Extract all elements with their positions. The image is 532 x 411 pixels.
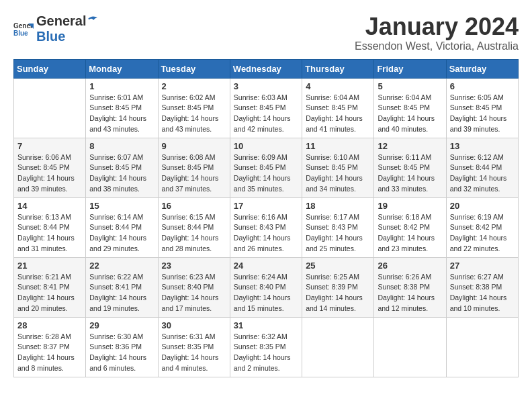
calendar-day-cell: 24Sunrise: 6:24 AMSunset: 8:40 PMDayligh… [230,257,302,317]
calendar-day-cell: 9Sunrise: 6:08 AMSunset: 8:45 PMDaylight… [158,138,230,197]
day-info: Sunrise: 6:14 AMSunset: 8:44 PMDaylight:… [89,212,154,255]
calendar-day-cell: 29Sunrise: 6:30 AMSunset: 8:36 PMDayligh… [86,317,158,377]
day-number: 14 [17,201,82,211]
day-number: 8 [89,141,154,151]
svg-text:Blue: Blue [13,30,28,37]
day-info: Sunrise: 6:19 AMSunset: 8:42 PMDaylight:… [450,212,515,255]
day-info: Sunrise: 6:26 AMSunset: 8:38 PMDaylight:… [378,272,442,314]
calendar-week-row: 14Sunrise: 6:13 AMSunset: 8:44 PMDayligh… [14,197,519,257]
calendar-day-cell [302,317,374,377]
calendar-day-cell: 11Sunrise: 6:10 AMSunset: 8:45 PMDayligh… [302,138,374,197]
day-info: Sunrise: 6:01 AMSunset: 8:45 PMDaylight:… [89,93,154,135]
calendar-day-cell: 1Sunrise: 6:01 AMSunset: 8:45 PMDaylight… [86,78,158,138]
calendar-day-cell: 14Sunrise: 6:13 AMSunset: 8:44 PMDayligh… [14,197,86,257]
day-number: 4 [306,81,370,91]
day-number: 19 [378,201,442,211]
day-number: 2 [162,81,226,91]
day-info: Sunrise: 6:04 AMSunset: 8:45 PMDaylight:… [378,93,442,135]
logo-bird-icon [87,13,99,26]
calendar-day-cell: 21Sunrise: 6:21 AMSunset: 8:41 PMDayligh… [14,257,86,317]
day-number: 26 [378,261,442,271]
day-info: Sunrise: 6:13 AMSunset: 8:44 PMDaylight:… [17,212,82,255]
calendar-day-cell: 28Sunrise: 6:28 AMSunset: 8:37 PMDayligh… [14,317,86,377]
day-info: Sunrise: 6:16 AMSunset: 8:43 PMDaylight:… [234,212,298,255]
calendar-day-cell: 30Sunrise: 6:31 AMSunset: 8:35 PMDayligh… [158,317,230,377]
calendar-weekday-header: Tuesday [158,59,230,78]
day-number: 25 [306,261,370,271]
day-number: 30 [162,320,226,330]
day-info: Sunrise: 6:30 AMSunset: 8:36 PMDaylight:… [89,332,154,374]
day-info: Sunrise: 6:10 AMSunset: 8:45 PMDaylight:… [306,152,370,195]
calendar-day-cell: 20Sunrise: 6:19 AMSunset: 8:42 PMDayligh… [446,197,518,257]
calendar-day-cell: 3Sunrise: 6:03 AMSunset: 8:45 PMDaylight… [230,78,302,138]
page-subtitle: Essendon West, Victoria, Australia [355,40,519,52]
day-number: 16 [162,201,226,211]
calendar-week-row: 21Sunrise: 6:21 AMSunset: 8:41 PMDayligh… [14,257,519,317]
day-info: Sunrise: 6:05 AMSunset: 8:45 PMDaylight:… [450,93,515,135]
day-number: 6 [450,81,515,91]
day-info: Sunrise: 6:15 AMSunset: 8:44 PMDaylight:… [162,212,226,255]
calendar-day-cell [374,317,446,377]
logo-wordmark: General Blue [36,13,99,44]
calendar-weekday-header: Thursday [302,59,374,78]
day-number: 28 [17,320,82,330]
page-title: January 2024 [355,13,519,40]
day-number: 20 [450,201,515,211]
day-number: 29 [89,320,154,330]
day-info: Sunrise: 6:02 AMSunset: 8:45 PMDaylight:… [162,93,226,135]
day-info: Sunrise: 6:11 AMSunset: 8:45 PMDaylight:… [378,152,442,195]
day-info: Sunrise: 6:22 AMSunset: 8:41 PMDaylight:… [89,272,154,314]
calendar-weekday-header: Friday [374,59,446,78]
day-number: 1 [89,81,154,91]
day-number: 24 [234,261,298,271]
day-number: 11 [306,141,370,151]
calendar-day-cell: 22Sunrise: 6:22 AMSunset: 8:41 PMDayligh… [86,257,158,317]
day-info: Sunrise: 6:27 AMSunset: 8:38 PMDaylight:… [450,272,515,314]
calendar-day-cell: 10Sunrise: 6:09 AMSunset: 8:45 PMDayligh… [230,138,302,197]
day-number: 31 [234,320,298,330]
day-info: Sunrise: 6:07 AMSunset: 8:45 PMDaylight:… [89,152,154,195]
day-info: Sunrise: 6:28 AMSunset: 8:37 PMDaylight:… [17,332,82,374]
calendar-day-cell: 15Sunrise: 6:14 AMSunset: 8:44 PMDayligh… [86,197,158,257]
day-info: Sunrise: 6:24 AMSunset: 8:40 PMDaylight:… [234,272,298,314]
day-info: Sunrise: 6:17 AMSunset: 8:43 PMDaylight:… [306,212,370,255]
day-number: 17 [234,201,298,211]
calendar-weekday-header: Monday [86,59,158,78]
calendar-day-cell: 6Sunrise: 6:05 AMSunset: 8:45 PMDaylight… [446,78,518,138]
calendar-day-cell: 19Sunrise: 6:18 AMSunset: 8:42 PMDayligh… [374,197,446,257]
day-number: 10 [234,141,298,151]
day-number: 13 [450,141,515,151]
logo: General Blue General Blue [13,13,99,44]
calendar-day-cell: 2Sunrise: 6:02 AMSunset: 8:45 PMDaylight… [158,78,230,138]
calendar-weekday-header: Sunday [14,59,86,78]
day-number: 22 [89,261,154,271]
calendar-header-row: SundayMondayTuesdayWednesdayThursdayFrid… [14,59,519,78]
calendar-day-cell: 26Sunrise: 6:26 AMSunset: 8:38 PMDayligh… [374,257,446,317]
day-info: Sunrise: 6:04 AMSunset: 8:45 PMDaylight:… [306,93,370,135]
day-info: Sunrise: 6:03 AMSunset: 8:45 PMDaylight:… [234,93,298,135]
day-number: 12 [378,141,442,151]
calendar-day-cell: 12Sunrise: 6:11 AMSunset: 8:45 PMDayligh… [374,138,446,197]
day-info: Sunrise: 6:32 AMSunset: 8:35 PMDaylight:… [234,332,298,374]
day-number: 5 [378,81,442,91]
day-number: 9 [162,141,226,151]
calendar-day-cell: 31Sunrise: 6:32 AMSunset: 8:35 PMDayligh… [230,317,302,377]
day-number: 15 [89,201,154,211]
calendar-day-cell [14,78,86,138]
day-info: Sunrise: 6:23 AMSunset: 8:40 PMDaylight:… [162,272,226,314]
logo-icon: General Blue [13,21,34,37]
day-number: 21 [17,261,82,271]
day-info: Sunrise: 6:09 AMSunset: 8:45 PMDaylight:… [234,152,298,195]
calendar-day-cell: 25Sunrise: 6:25 AMSunset: 8:39 PMDayligh… [302,257,374,317]
calendar-day-cell: 23Sunrise: 6:23 AMSunset: 8:40 PMDayligh… [158,257,230,317]
day-info: Sunrise: 6:12 AMSunset: 8:44 PMDaylight:… [450,152,515,195]
calendar-day-cell: 27Sunrise: 6:27 AMSunset: 8:38 PMDayligh… [446,257,518,317]
calendar-weekday-header: Saturday [446,59,518,78]
day-number: 18 [306,201,370,211]
calendar-table: SundayMondayTuesdayWednesdayThursdayFrid… [13,59,519,377]
title-section: January 2024 Essendon West, Victoria, Au… [355,13,519,52]
day-number: 7 [17,141,82,151]
header: General Blue General Blue January 2024 E… [13,13,519,52]
logo-blue: Blue [36,29,65,44]
calendar-day-cell: 13Sunrise: 6:12 AMSunset: 8:44 PMDayligh… [446,138,518,197]
